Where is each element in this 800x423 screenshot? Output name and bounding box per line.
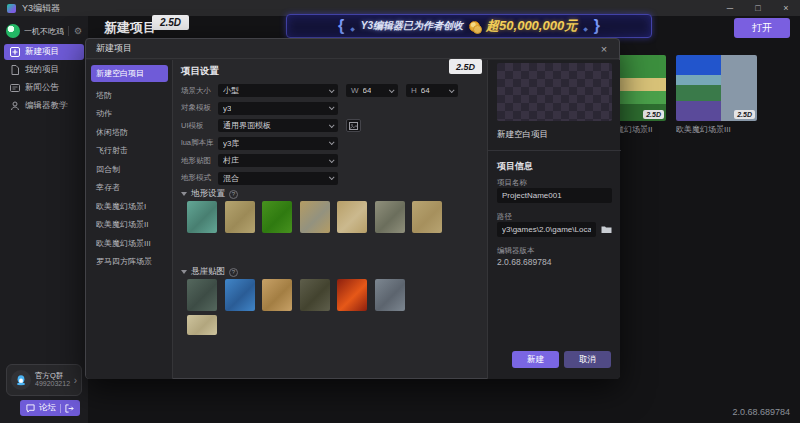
plus-square-icon [10,47,20,57]
cancel-button[interactable]: 取消 [564,351,611,368]
open-button[interactable]: 打开 [734,18,790,38]
cliff-texture-swatch[interactable] [300,279,330,311]
browse-folder-button[interactable] [599,222,613,237]
terrain-texture-swatch[interactable] [412,201,442,233]
project-name-label: 项目名称 [497,178,527,188]
promo-banner[interactable]: { Y3编辑器已为作者创收 超50,000,000元 } [286,14,652,38]
tab-turn-based[interactable]: 回合制 [86,160,173,179]
qq-group-label: 官方Q群 [35,372,70,380]
cliff-section-title: 悬崖贴图 [191,266,225,278]
cliff-texture-swatch[interactable] [262,279,292,311]
tab-roman-scene[interactable]: 罗马四方阵场景 [86,253,173,272]
tab-fantasy-2[interactable]: 欧美魔幻场景II [86,216,173,235]
app-logo-icon [7,4,16,13]
forum-button[interactable]: 论坛 [20,400,80,416]
dropdown-value: y3 [223,104,231,113]
cliff-texture-swatch[interactable] [225,279,255,311]
field-row-terrain-texture: 地形贴图 村庄 [181,154,338,167]
ui-template-dropdown[interactable]: 通用界面模板 [218,119,338,132]
terrain-section-header[interactable]: 地形设置 [181,189,238,199]
terrain-texture-swatch[interactable] [262,201,292,233]
qq-group-info: 官方Q群 499203212 [35,372,70,388]
sidebar-item-label: 我的项目 [25,64,59,76]
dropdown-value: 混合 [223,173,239,184]
template-preview-image [497,63,612,121]
maximize-button[interactable]: □ [744,0,772,16]
tab-tower-defense[interactable]: 塔防 [86,86,173,105]
sidebar-item-news[interactable]: 新闻公告 [4,80,84,96]
close-button[interactable]: × [772,0,800,16]
tab-shooter[interactable]: 飞行射击 [86,142,173,161]
terrain-mode-dropdown[interactable]: 混合 [218,172,338,185]
card-mode-badge: 2.5D [734,110,755,119]
terrain-texture-swatch[interactable] [187,201,217,233]
create-button[interactable]: 新建 [512,351,559,368]
tab-blank-project[interactable]: 新建空白项目 [91,65,168,82]
template-preview-caption: 新建空白项目 [497,129,548,141]
field-label: lua脚本库 [181,138,218,148]
terrain-texture-swatch[interactable] [225,201,255,233]
terrain-texture-swatch[interactable] [300,201,330,233]
image-icon [349,122,358,130]
tab-casual-td[interactable]: 休闲塔防 [86,123,173,142]
person-icon [10,101,20,111]
field-row-lua-library: lua脚本库 y3库 [181,137,338,150]
coin-icon [469,21,480,32]
project-card[interactable]: 2.5D 欧美魔幻场景III [676,55,757,135]
terrain-section-title: 地形设置 [191,188,225,200]
sidebar: 一机不吃鸡 ⚙ 新建项目 我的项目 新闻公告 编辑器教学 [0,16,88,423]
sidebar-item-label: 新建项目 [25,46,59,58]
cliff-texture-swatch[interactable] [187,315,217,335]
chevron-down-icon [329,157,335,163]
terrain-texture-dropdown[interactable]: 村庄 [218,154,338,167]
new-project-dialog: 新建项目 × 新建空白项目 塔防 动作 休闲塔防 飞行射击 回合制 幸存者 欧美… [85,38,620,379]
lua-library-dropdown[interactable]: y3库 [218,137,338,150]
help-icon[interactable] [229,268,238,277]
cliff-texture-swatch[interactable] [375,279,405,311]
width-value: 64 [363,86,372,95]
cliff-section-header[interactable]: 悬崖贴图 [181,267,238,277]
project-name-input[interactable] [497,188,612,203]
dropdown-value: 小型 [223,85,239,96]
chevron-down-icon [329,139,335,145]
object-template-dropdown[interactable]: y3 [218,102,338,115]
tab-action[interactable]: 动作 [86,105,173,124]
qq-icon [11,370,31,390]
minimize-button[interactable]: ─ [716,0,744,16]
qq-group-number: 499203212 [35,380,70,388]
user-profile[interactable]: 一机不吃鸡 ⚙ [6,22,84,40]
divider [68,26,69,36]
sidebar-item-tutorials[interactable]: 编辑器教学 [4,98,84,114]
qq-group-card[interactable]: 官方Q群 499203212 › [6,364,82,396]
cliff-texture-swatch[interactable] [337,279,367,311]
scene-size-dropdown[interactable]: 小型 [218,84,338,97]
tab-survivor[interactable]: 幸存者 [86,179,173,198]
path-input[interactable] [497,222,596,237]
chevron-down-icon [449,87,455,93]
gear-icon[interactable]: ⚙ [74,26,82,36]
app-window: Y3编辑器 ─ □ × 一机不吃鸡 ⚙ 新建项目 我的项目 新闻公告 [0,0,800,423]
template-tab-list: 新建空白项目 塔防 动作 休闲塔防 飞行射击 回合制 幸存者 欧美魔幻场景I 欧… [86,60,173,379]
terrain-texture-swatch[interactable] [337,201,367,233]
sidebar-item-label: 新闻公告 [25,82,59,94]
field-row-terrain-mode: 地形模式 混合 [181,172,338,185]
sidebar-item-my-projects[interactable]: 我的项目 [4,62,84,78]
terrain-texture-swatch[interactable] [375,201,405,233]
dropdown-value: 村庄 [223,155,239,166]
card-mode-badge: 2.5D [643,110,664,119]
dialog-close-icon[interactable]: × [597,42,611,56]
path-label: 路径 [497,212,512,222]
ui-template-preview-button[interactable] [346,119,361,132]
logout-icon[interactable] [65,404,74,413]
field-row-ui-template: UI模板 通用界面模板 [181,119,361,132]
width-dropdown[interactable]: W 64 [346,84,398,97]
cliff-texture-swatch[interactable] [187,279,217,311]
help-icon[interactable] [229,190,238,199]
user-name: 一机不吃鸡 [24,26,64,37]
tab-fantasy-1[interactable]: 欧美魔幻场景I [86,197,173,216]
height-dropdown[interactable]: H 64 [406,84,458,97]
editor-version-label: 编辑器版本 [497,246,535,256]
dialog-mode-badge: 2.5D [449,59,482,74]
tab-fantasy-3[interactable]: 欧美魔幻场景III [86,234,173,253]
sidebar-item-new-project[interactable]: 新建项目 [4,44,84,60]
